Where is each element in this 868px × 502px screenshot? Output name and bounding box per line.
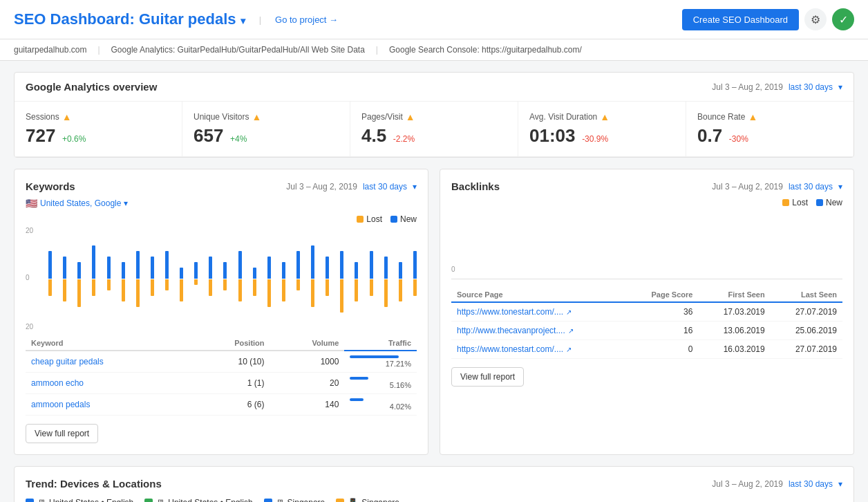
legend-new: New — [390, 214, 417, 224]
bar-new — [107, 257, 111, 279]
kw-position: 1 (1) — [189, 373, 270, 394]
external-link-icon: ↗ — [566, 308, 572, 316]
create-seo-dashboard-button[interactable]: Create SEO Dashboard — [682, 9, 799, 30]
user-button[interactable]: ✓ — [832, 8, 854, 30]
bar-new — [136, 251, 140, 279]
bl-first-seen: 13.06.2019 — [698, 322, 770, 340]
backlinks-period[interactable]: last 30 days — [789, 182, 833, 192]
bar-group — [200, 227, 212, 331]
bar-new — [194, 262, 198, 279]
page-title-static: SEO Dashboard: — [14, 10, 135, 28]
bar-lost — [370, 279, 373, 296]
visitors-trend-icon: ▲ — [252, 111, 261, 122]
bl-source-link[interactable]: http://www.thecavanproject.... ↗ — [457, 326, 621, 335]
kw-keyword-link[interactable]: ammoon echo — [31, 378, 84, 388]
keywords-date: Jul 3 – Aug 2, 2019 — [286, 182, 357, 192]
bar-group — [83, 227, 95, 331]
bl-last-seen: 27.07.2019 — [771, 340, 842, 359]
bl-legend-new: New — [816, 198, 842, 207]
metric-bounce: Bounce Rate ▲ 0.7 -30% — [686, 102, 853, 156]
traffic-pct: 17.21% — [350, 360, 411, 368]
bar-group — [97, 227, 110, 331]
filter-checkbox[interactable] — [144, 499, 153, 502]
bl-y-label: 0 — [451, 266, 455, 273]
bars-container — [39, 227, 417, 331]
bl-source-link[interactable]: https://www.tonestart.com/.... ↗ — [457, 344, 621, 354]
bar-group — [214, 227, 227, 331]
kw-keyword-link[interactable]: cheap guitar pedals — [31, 357, 104, 366]
traffic-bar — [350, 398, 364, 401]
metric-visitors-value: 657 +4% — [194, 125, 339, 147]
bar-new — [180, 268, 183, 279]
table-row: ammoon pedals 6 (6) 140 4.02% — [26, 394, 417, 416]
backlinks-period-arrow[interactable]: ▾ — [838, 182, 842, 192]
analytics-header: Google Analytics overview Jul 3 – Aug 2,… — [15, 73, 853, 102]
kw-col-volume: Volume — [270, 336, 345, 351]
external-link-icon: ↗ — [568, 327, 574, 335]
keywords-period[interactable]: last 30 days — [363, 182, 407, 192]
trend-period-arrow[interactable]: ▾ — [838, 479, 842, 489]
go-to-project-link[interactable]: Go to project → — [275, 15, 338, 25]
bl-lost-dot — [782, 199, 789, 206]
bar-lost — [311, 279, 314, 307]
metric-duration: Avg. Visit Duration ▲ 01:03 -30.9% — [518, 102, 686, 156]
bar-lost — [326, 279, 329, 296]
bl-source: https://www.tonestart.com/.... ↗ — [451, 340, 626, 359]
keywords-card: Keywords Jul 3 – Aug 2, 2019 last 30 day… — [14, 169, 428, 455]
bar-group — [331, 227, 343, 331]
metric-bounce-label: Bounce Rate ▲ — [697, 111, 842, 122]
bl-new-label: New — [826, 198, 842, 207]
bar-lost — [136, 279, 140, 307]
keywords-title: Keywords — [26, 180, 75, 192]
country-filter[interactable]: 🇺🇸 United States, Google ▾ — [26, 198, 417, 209]
trend-card: Trend: Devices & Locations Jul 3 – Aug 2… — [14, 466, 854, 502]
main-content: Google Analytics overview Jul 3 – Aug 2,… — [0, 61, 868, 502]
bl-source-link[interactable]: https://www.tonestart.com/.... ↗ — [457, 307, 621, 317]
project-dropdown-arrow[interactable]: ▾ — [240, 15, 245, 26]
trend-title: Trend: Devices & Locations — [26, 478, 162, 490]
bar-new — [223, 262, 227, 279]
kw-position: 6 (6) — [189, 394, 270, 416]
bar-new — [48, 251, 52, 279]
bar-group — [39, 227, 52, 331]
analytics-period[interactable]: last 30 days — [789, 82, 833, 92]
bar-group — [287, 227, 300, 331]
kw-keyword: ammoon echo — [26, 373, 189, 394]
kw-keyword-link[interactable]: ammoon pedals — [31, 400, 90, 409]
kw-volume: 1000 — [270, 351, 345, 373]
country-dropdown-icon[interactable]: ▾ — [124, 198, 128, 208]
bar-new — [122, 262, 125, 279]
trend-filter-item: 📱 Singapore — [336, 498, 399, 502]
two-col-section: Keywords Jul 3 – Aug 2, 2019 last 30 day… — [14, 169, 854, 455]
keywords-view-report-button[interactable]: View full report — [26, 424, 98, 443]
trend-filter-item: 🖥 United States • English — [144, 498, 252, 502]
bar-group — [171, 227, 183, 331]
bar-lost — [180, 279, 183, 301]
trend-period[interactable]: last 30 days — [789, 479, 833, 489]
analytics-title: Google Analytics overview — [26, 81, 157, 93]
settings-button[interactable]: ⚙ — [804, 8, 827, 30]
analytics-date-range: Jul 3 – Aug 2, 2019 last 30 days ▾ — [712, 82, 842, 92]
bar-lost — [122, 279, 125, 301]
table-row: https://www.tonestart.com/.... ↗ 36 17.0… — [451, 302, 842, 322]
bar-group — [360, 227, 372, 331]
bar-group — [185, 227, 198, 331]
bar-lost — [77, 279, 81, 307]
filter-checkbox[interactable] — [336, 499, 344, 502]
analytics-period-arrow[interactable]: ▾ — [838, 82, 842, 92]
backlinks-legend: Lost New — [451, 198, 842, 207]
filter-checkbox[interactable] — [26, 499, 34, 502]
bl-first-seen: 17.03.2019 — [698, 302, 770, 322]
filter-checkbox[interactable] — [264, 499, 272, 502]
keywords-period-arrow[interactable]: ▾ — [413, 182, 417, 192]
bar-group — [68, 227, 81, 331]
metric-bounce-value: 0.7 -30% — [697, 125, 842, 147]
user-icon: ✓ — [839, 13, 848, 26]
kw-traffic: 4.02% — [344, 394, 417, 416]
bar-new — [165, 251, 169, 279]
backlinks-view-report-button[interactable]: View full report — [451, 367, 524, 387]
bl-score: 0 — [626, 340, 698, 359]
kw-volume: 140 — [270, 394, 345, 416]
trend-filter-item: 🖥 Singapore — [264, 498, 326, 502]
pages-trend-icon: ▲ — [406, 111, 415, 122]
